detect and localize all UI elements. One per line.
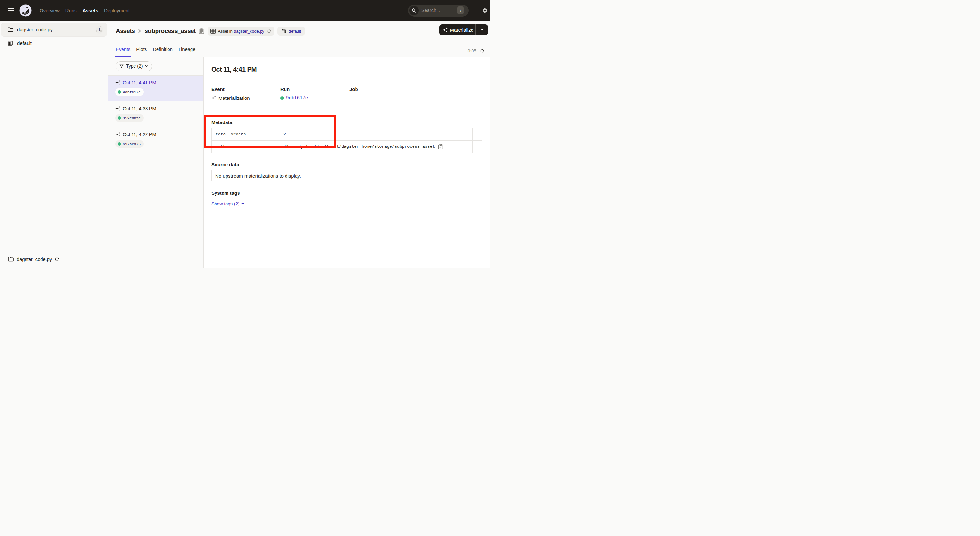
run-status-dot xyxy=(118,91,121,94)
asset-page-header: Assets subprocess_asset Asset in dagster… xyxy=(108,21,490,57)
type-filter-button[interactable]: Type (2) xyxy=(116,61,152,71)
main-panel: Assets subprocess_asset Asset in dagster… xyxy=(108,21,490,268)
breadcrumb-assets[interactable]: Assets xyxy=(116,27,135,35)
tab-definition[interactable]: Definition xyxy=(153,46,173,57)
primary-nav: Overview Runs Assets Deployment xyxy=(40,8,130,13)
code-file-link[interactable]: dagster_code.py xyxy=(234,29,264,34)
chevron-right-icon xyxy=(138,29,141,34)
materialization-sparkle-icon xyxy=(115,80,121,85)
source-data-empty-message: No upstream materializations to display. xyxy=(215,173,301,178)
tab-lineage[interactable]: Lineage xyxy=(178,46,196,57)
asset-definition-tag: Asset in dagster_code.py xyxy=(208,27,274,36)
run-id-badge[interactable]: 637aed75 xyxy=(115,140,143,148)
event-timestamp-link[interactable]: Oct 11, 4:33 PM xyxy=(123,106,156,111)
metadata-key: total_orders xyxy=(212,128,279,141)
clipboard-icon[interactable] xyxy=(438,144,443,150)
folder-icon xyxy=(8,27,13,32)
metadata-key: path xyxy=(212,141,279,153)
top-navigation-bar: Overview Runs Assets Deployment Search..… xyxy=(0,0,490,21)
event-type-value: Materialization xyxy=(218,95,250,101)
sidebar-item-default[interactable]: default xyxy=(0,37,108,49)
event-column-label: Event xyxy=(211,86,280,92)
tab-events[interactable]: Events xyxy=(116,46,130,57)
search-icon xyxy=(409,6,419,15)
metadata-row-total-orders: total_orders 2 xyxy=(212,128,482,141)
copy-asset-name-button[interactable] xyxy=(199,28,204,34)
materialize-button[interactable]: Materialize xyxy=(439,24,488,35)
run-id: 9dbf617e xyxy=(123,90,141,94)
refresh-countdown: 0:05 xyxy=(468,48,476,54)
nav-assets[interactable]: Assets xyxy=(82,8,98,13)
filter-row: Type (2) xyxy=(108,57,203,75)
show-tags-toggle[interactable]: Show tags (2) xyxy=(211,201,244,207)
run-column: Run 9dbf617e xyxy=(280,86,349,101)
sidebar-group-dagster-code[interactable]: dagster_code.py 1 xyxy=(1,23,107,37)
horizontal-divider xyxy=(211,111,482,111)
refresh-icon[interactable] xyxy=(480,48,485,54)
clipboard-icon xyxy=(199,28,204,34)
event-list-item[interactable]: Oct 11, 4:33 PM 359cdbfc xyxy=(108,101,203,127)
menu-icon[interactable] xyxy=(8,8,14,12)
sidebar-item-label: default xyxy=(17,40,32,46)
sparkles-icon xyxy=(442,27,448,33)
run-id-link[interactable]: 9dbf617e xyxy=(286,95,308,100)
breadcrumb-asset-name: subprocess_asset xyxy=(145,27,196,35)
show-tags-label: Show tags (2) xyxy=(211,201,240,207)
event-list-item[interactable]: Oct 11, 4:22 PM 637aed75 xyxy=(108,127,203,153)
job-column: Job — xyxy=(349,86,482,101)
materialization-sparkle-icon xyxy=(115,106,121,111)
metadata-row-path: path /Users/yuhan/dev/local/dagster_home… xyxy=(212,141,482,153)
run-id: 637aed75 xyxy=(123,142,141,146)
event-list-item[interactable]: Oct 11, 4:41 PM 9dbf617e xyxy=(108,75,203,101)
app-layout: dagster_code.py 1 default dagster_code.p… xyxy=(0,21,490,268)
job-column-label: Job xyxy=(349,86,482,92)
materialize-dropdown-button[interactable] xyxy=(476,24,488,35)
run-status-dot xyxy=(118,116,121,119)
asset-group-link[interactable]: default xyxy=(289,29,301,34)
horizontal-divider xyxy=(211,80,482,80)
reload-icon[interactable] xyxy=(54,257,60,262)
asset-tabs: Events Plots Definition Lineage 0:05 xyxy=(116,41,490,57)
sidebar-group-label: dagster_code.py xyxy=(17,27,52,32)
nav-deployment[interactable]: Deployment xyxy=(104,8,130,13)
materialize-label: Materialize xyxy=(450,27,474,33)
event-column: Event Materialization xyxy=(211,86,280,101)
event-timestamp-link[interactable]: Oct 11, 4:22 PM xyxy=(123,132,156,137)
metadata-table: total_orders 2 path /Users/yuhan/dev/loc… xyxy=(211,128,482,153)
settings-button[interactable] xyxy=(482,3,488,17)
gear-icon xyxy=(482,8,488,14)
breadcrumb-row: Assets subprocess_asset Asset in dagster… xyxy=(116,21,490,41)
table-grid-icon xyxy=(210,29,215,34)
run-id-badge[interactable]: 9dbf617e xyxy=(115,88,143,96)
asset-group-tag: default xyxy=(277,27,305,36)
run-id-badge[interactable]: 359cdbfc xyxy=(115,114,143,122)
nav-runs[interactable]: Runs xyxy=(65,8,77,13)
dagster-logo-icon[interactable] xyxy=(19,4,32,16)
run-status-dot xyxy=(280,96,284,100)
chevron-down-icon xyxy=(145,65,148,67)
reload-icon[interactable] xyxy=(267,29,272,34)
auto-refresh-control: 0:05 xyxy=(468,48,485,54)
asset-group-icon xyxy=(281,29,286,34)
search-input[interactable]: Search... / xyxy=(408,5,469,16)
event-detail-pane: Oct 11, 4:41 PM Event Materialization Ru… xyxy=(204,57,490,268)
metadata-heading: Metadata xyxy=(211,119,482,125)
run-column-label: Run xyxy=(280,86,349,92)
tab-plots[interactable]: Plots xyxy=(136,46,147,57)
filter-funnel-icon xyxy=(119,64,124,68)
events-list-panel: Type (2) Oct 11, 4:41 PM 9dbf617e xyxy=(108,57,204,268)
event-timestamp-link[interactable]: Oct 11, 4:41 PM xyxy=(123,80,156,85)
caret-down-icon xyxy=(242,203,244,205)
materialization-sparkle-icon xyxy=(115,132,121,137)
type-filter-label: Type (2) xyxy=(126,64,143,69)
nav-overview[interactable]: Overview xyxy=(40,8,60,13)
content-area: Type (2) Oct 11, 4:41 PM 9dbf617e xyxy=(108,57,490,268)
job-value: — xyxy=(349,95,354,101)
asset-group-icon xyxy=(8,40,13,46)
search-placeholder: Search... xyxy=(421,8,440,13)
metadata-value: 2 xyxy=(279,128,473,141)
system-tags-heading: System tags xyxy=(211,190,482,196)
metadata-path-link[interactable]: /Users/yuhan/dev/local/dagster_home/stor… xyxy=(283,144,435,149)
code-location-footer: dagster_code.py xyxy=(0,250,108,268)
sidebar-group-count-badge: 1 xyxy=(96,26,103,34)
